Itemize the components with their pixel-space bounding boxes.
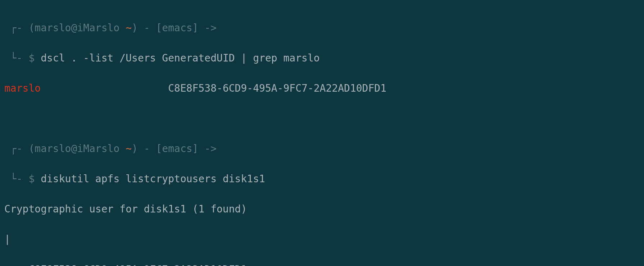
bracket-top: ┌- [4,143,28,155]
prompt-symbol: $ [28,173,41,185]
context: [emacs] [156,143,198,155]
tilde: ~ [126,22,132,34]
blank-line [0,111,644,126]
user-host-end: ) - [132,143,156,155]
terminal-output[interactable]: ┌- (marslo@iMarslo ~) - [emacs] -> └- $ … [0,5,644,266]
grep-match: marslo [4,82,41,94]
crypto-header: Cryptographic user for disk1s1 (1 found) [4,203,247,215]
bracket-bottom: └- [4,173,28,185]
uuid-value: C8E8F538-6CD9-495A-9FC7-2A22AD10DFD1 [168,82,386,94]
prompt-line-2-top: ┌- (marslo@iMarslo ~) - [emacs] -> [0,141,644,156]
output-line-2-1: Cryptographic user for disk1s1 (1 found) [0,202,644,217]
output-line-1: marslo C8E8F538-6CD9-495A-9FC7-2A22AD10D… [0,81,644,96]
output-line-2-2: | [0,232,644,247]
arrow: -> [198,22,217,34]
arrow: -> [198,143,217,155]
spaces [41,82,168,94]
output-line-2-3: +-- C8E8F538-6CD9-495A-9FC7-2A22AD10DFD1 [0,262,644,266]
user-host: (marslo@iMarslo [28,22,126,34]
tilde: ~ [126,143,132,155]
prompt-line-1-top: ┌- (marslo@iMarslo ~) - [emacs] -> [0,20,644,36]
command-text: dscl . -list /Users GeneratedUID | grep … [41,52,319,64]
user-host: (marslo@iMarslo [28,143,126,155]
prompt-symbol: $ [28,52,41,64]
prompt-line-2-bottom: └- $ diskutil apfs listcryptousers disk1… [0,171,644,187]
tree-uuid: +-- C8E8F538-6CD9-495A-9FC7-2A22AD10DFD1 [4,263,247,266]
context: [emacs] [156,22,198,34]
tree-pipe: | [4,233,10,245]
bracket-top: ┌- [4,22,28,34]
bracket-bottom: └- [4,52,28,64]
prompt-line-1-bottom: └- $ dscl . -list /Users GeneratedUID | … [0,51,644,66]
command-text: diskutil apfs listcryptousers disk1s1 [41,173,265,185]
user-host-end: ) - [132,22,156,34]
